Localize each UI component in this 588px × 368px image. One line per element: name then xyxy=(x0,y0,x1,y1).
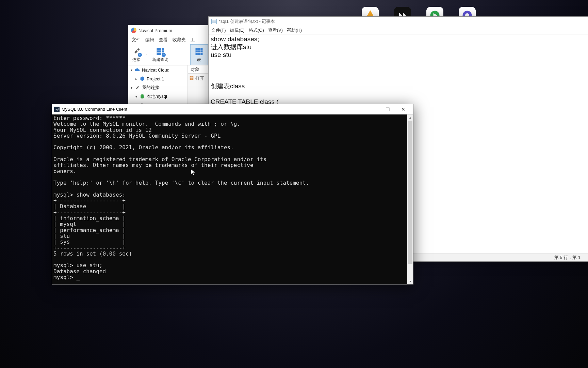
notepad-title-text: *sql1 创建表语句.txt - 记事本 xyxy=(219,18,275,25)
tree-my-connection[interactable]: ▾ 我的连接 xyxy=(128,83,187,92)
scrollbar-thumb[interactable] xyxy=(408,121,412,264)
table-icon xyxy=(194,47,204,56)
tree-navicat-cloud[interactable]: ▾ Navicat Cloud xyxy=(128,65,187,74)
tree-project1[interactable]: ▸ Project 1 xyxy=(128,74,187,83)
maximize-button[interactable]: ☐ xyxy=(380,104,395,114)
terminal-app-icon: sql xyxy=(54,107,60,112)
navicat-window: Navicat Premium 文件 编辑 查看 收藏夹 工 + 连接 · + xyxy=(128,25,208,104)
scroll-up-icon[interactable]: ▴ xyxy=(407,114,413,120)
navicat-title-text: Navicat Premium xyxy=(138,28,172,33)
menu-view[interactable]: 查看(V) xyxy=(268,27,283,33)
table-small-icon xyxy=(189,76,194,81)
toolbar-connect-button[interactable]: + 连接 xyxy=(128,44,145,65)
toolbar-connect-label: 连接 xyxy=(132,57,141,63)
scroll-down-icon[interactable]: ▾ xyxy=(407,278,413,284)
close-button[interactable]: ✕ xyxy=(395,104,411,114)
menu-file[interactable]: 文件 xyxy=(132,37,141,43)
menu-file[interactable]: 文件(F) xyxy=(211,27,226,33)
terminal-output[interactable]: Enter password: ****** Welcome to the My… xyxy=(52,114,413,284)
open-label: 打开 xyxy=(195,75,204,81)
terminal-scrollbar[interactable]: ▴ ▾ xyxy=(407,114,413,284)
open-button[interactable]: 打开 xyxy=(188,74,208,83)
svg-rect-4 xyxy=(196,48,203,55)
toolbar-table-label: 表 xyxy=(197,57,201,63)
menu-edit[interactable]: 编辑 xyxy=(145,37,154,43)
chevron-down-icon: ▾ xyxy=(130,68,133,72)
navicat-object-panel: 对象 打开 xyxy=(188,65,208,104)
navicat-logo-icon xyxy=(131,28,136,33)
notepad-menubar: 文件(F) 编辑(E) 格式(O) 查看(V) 帮助(H) xyxy=(209,26,588,34)
menu-favorites[interactable]: 收藏夹 xyxy=(173,37,186,43)
database-icon xyxy=(140,94,145,99)
menu-view[interactable]: 查看 xyxy=(159,37,168,43)
tree-local-mysql[interactable]: ▾ 本地mysql xyxy=(128,92,187,101)
grid-icon: + xyxy=(156,47,165,56)
toolbar-table-button[interactable]: 表 xyxy=(190,44,208,65)
tree-label: information_schema xyxy=(146,103,180,104)
tree-label: Navicat Cloud xyxy=(142,67,169,73)
chevron-down-icon: ▾ xyxy=(134,95,138,98)
menu-edit[interactable]: 编辑(E) xyxy=(230,27,245,33)
plus-badge-icon: + xyxy=(138,53,142,57)
terminal-titlebar[interactable]: sql MySQL 8.0 Command Line Client — ☐ ✕ xyxy=(52,104,413,114)
notepad-icon xyxy=(211,19,217,24)
navicat-titlebar[interactable]: Navicat Premium xyxy=(128,25,208,35)
tree-label: 我的连接 xyxy=(142,85,160,91)
desktop-background: Navicat Premium 文件 编辑 查看 收藏夹 工 + 连接 · + xyxy=(0,0,588,368)
navicat-tree[interactable]: ▾ Navicat Cloud ▸ Project 1 ▾ 我的连接 ▾ xyxy=(128,65,188,104)
tab-objects[interactable]: 对象 xyxy=(188,65,208,74)
hexagon-icon xyxy=(140,76,145,81)
toolbar-separator: · xyxy=(145,52,149,58)
mouse-cursor-icon xyxy=(191,169,196,177)
cloud-icon xyxy=(135,67,140,73)
tree-information-schema[interactable]: information_schema xyxy=(128,101,187,104)
plus-badge-icon: + xyxy=(162,53,166,57)
pin-icon xyxy=(135,85,140,90)
svg-rect-7 xyxy=(190,76,194,80)
toolbar-new-query-button[interactable]: + 新建查询 xyxy=(149,44,172,65)
tree-label: 本地mysql xyxy=(147,93,167,99)
chevron-down-icon: ▾ xyxy=(130,86,133,90)
cursor-position: 第 5 行，第 1 xyxy=(554,255,581,261)
chevron-right-icon: ▸ xyxy=(134,77,138,81)
toolbar-new-query-label: 新建查询 xyxy=(152,57,168,63)
terminal-title-text: MySQL 8.0 Command Line Client xyxy=(62,107,127,112)
database-icon xyxy=(139,103,145,104)
menu-help[interactable]: 帮助(H) xyxy=(287,27,302,33)
mysql-terminal-window: sql MySQL 8.0 Command Line Client — ☐ ✕ … xyxy=(52,104,413,285)
plug-icon: + xyxy=(132,47,141,56)
navicat-toolbar: + 连接 · + 新建查询 表 xyxy=(128,44,208,65)
tree-label: Project 1 xyxy=(147,76,164,81)
navicat-menubar: 文件 编辑 查看 收藏夹 工 xyxy=(128,35,208,44)
svg-point-6 xyxy=(141,103,143,104)
svg-point-5 xyxy=(141,94,144,96)
menu-format[interactable]: 格式(O) xyxy=(249,27,264,33)
notepad-titlebar[interactable]: *sql1 创建表语句.txt - 记事本 xyxy=(209,17,588,26)
minimize-button[interactable]: — xyxy=(364,104,380,114)
menu-tools[interactable]: 工 xyxy=(191,37,195,43)
